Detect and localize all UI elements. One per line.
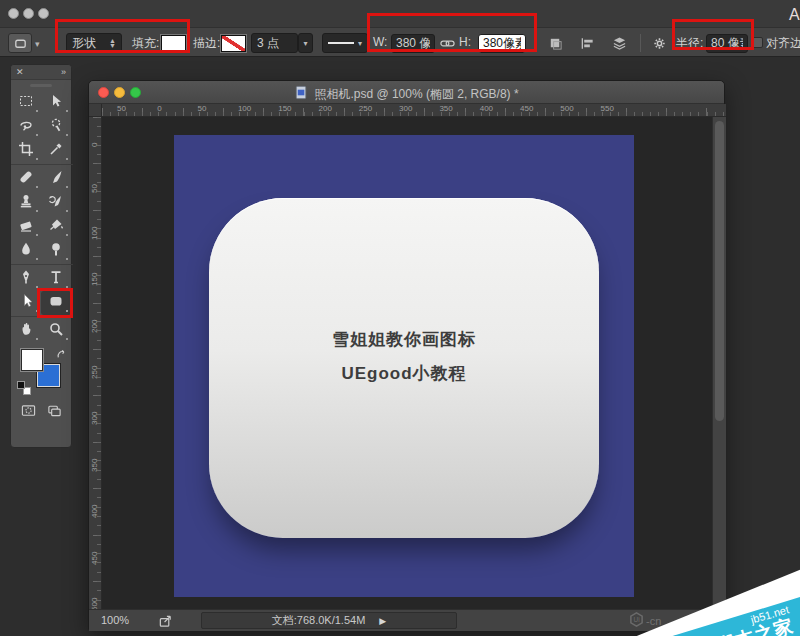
- width-label: W:: [373, 35, 387, 49]
- pen-icon: [18, 269, 34, 289]
- icon-text-line1: 雪姐姐教你画图标: [209, 328, 599, 351]
- path-arrangement-icon[interactable]: [609, 33, 629, 53]
- h-ruler-label: 150: [278, 104, 291, 113]
- tool-grid: [11, 91, 73, 343]
- collapse-panel-icon[interactable]: »: [61, 67, 66, 77]
- document-info-box[interactable]: 文档:768.0K/1.54M ▶: [201, 612, 457, 629]
- horizontal-ruler[interactable]: 50050100150200250300350400450500550: [102, 104, 726, 117]
- radius-input[interactable]: [706, 34, 748, 53]
- tool-pen[interactable]: [11, 267, 41, 291]
- width-input[interactable]: [391, 34, 435, 53]
- scrollbar-thumb[interactable]: [715, 121, 724, 421]
- vertical-scrollbar[interactable]: [712, 117, 726, 609]
- tool-history-brush[interactable]: [41, 191, 71, 215]
- path-alignment-icon[interactable]: [577, 33, 597, 53]
- panel-grip[interactable]: [30, 84, 52, 87]
- bucket-icon: [48, 217, 64, 237]
- tool-zoom[interactable]: [41, 319, 71, 343]
- default-colors-icon[interactable]: [17, 381, 31, 395]
- stamp-icon: [18, 193, 34, 213]
- window-dot-1[interactable]: [8, 8, 19, 19]
- stroke-style-select[interactable]: ▾: [322, 33, 368, 53]
- h-ruler-label: 400: [480, 104, 493, 113]
- status-flyout-icon[interactable]: ▶: [379, 616, 386, 626]
- rounded-square-shape[interactable]: 雪姐姐教你画图标 UEgood小教程: [209, 198, 599, 538]
- tool-move[interactable]: [41, 91, 71, 115]
- v-ruler-label: 350: [90, 438, 99, 472]
- v-ruler-label: 250: [90, 345, 99, 379]
- v-ruler-label: 500: [90, 577, 99, 609]
- window-dot-3[interactable]: [38, 8, 49, 19]
- psd-file-icon: [294, 85, 309, 104]
- h-ruler-label: 200: [319, 104, 332, 113]
- tool-hand[interactable]: [11, 319, 41, 343]
- pasteboard[interactable]: 雪姐姐教你画图标 UEgood小教程: [102, 117, 712, 609]
- gear-icon[interactable]: [649, 33, 669, 53]
- align-edges-label: 对齐边缘: [766, 35, 800, 52]
- stroke-width-caret-icon[interactable]: ▾: [298, 33, 313, 53]
- shape-mode-select[interactable]: 形状 ▲▼: [66, 33, 122, 53]
- window-dot-2[interactable]: [23, 8, 34, 19]
- move-icon: [48, 93, 64, 113]
- stroke-width-value: 3 点: [257, 35, 279, 52]
- ruler-origin-corner[interactable]: [89, 104, 102, 117]
- tool-eyedropper[interactable]: [41, 139, 71, 163]
- height-input[interactable]: [478, 34, 526, 53]
- tool-bucket[interactable]: [41, 215, 71, 239]
- brush-icon: [48, 169, 64, 189]
- document-size-text: 文档:768.0K/1.54M: [272, 613, 366, 628]
- default-black-swatch: [17, 381, 25, 389]
- fill-label: 填充:: [132, 35, 159, 52]
- close-icon[interactable]: ✕: [16, 67, 24, 77]
- h-ruler-label: 250: [359, 104, 372, 113]
- h-ruler-label: 50: [198, 104, 207, 113]
- tool-preset-icon[interactable]: [8, 33, 32, 53]
- tool-dodge[interactable]: [41, 239, 71, 263]
- h-ruler-label: 50: [117, 104, 126, 113]
- h-ruler-label: 0: [157, 104, 161, 113]
- tool-stamp[interactable]: [11, 191, 41, 215]
- align-edges-checkbox[interactable]: [752, 37, 763, 48]
- zoom-level-field[interactable]: 100%: [101, 614, 129, 626]
- stroke-width-box[interactable]: 3 点: [251, 33, 298, 53]
- document-title-bar[interactable]: 照相机.psd @ 100% (椭圆 2, RGB/8) *: [89, 81, 724, 104]
- quick-mask-icon[interactable]: [21, 403, 36, 422]
- stroke-swatch[interactable]: [221, 35, 246, 52]
- link-dimensions-icon[interactable]: [437, 33, 457, 53]
- tool-rect-marquee[interactable]: [11, 91, 41, 115]
- share-icon[interactable]: [155, 611, 175, 631]
- zoom-icon: [48, 321, 64, 341]
- canvas[interactable]: 雪姐姐教你画图标 UEgood小教程: [174, 135, 634, 597]
- eyedropper-icon: [48, 141, 64, 161]
- icon-text-line2: UEgood小教程: [209, 362, 599, 385]
- screen-mode-icon[interactable]: [47, 403, 62, 422]
- v-ruler-label: 0: [90, 117, 99, 147]
- tool-rounded-rect[interactable]: [41, 291, 71, 315]
- h-ruler-label: 300: [399, 104, 412, 113]
- site-watermark-banner: jb51.net 脚本之家: [630, 564, 800, 636]
- tool-brush[interactable]: [41, 167, 71, 191]
- tool-crop[interactable]: [11, 139, 41, 163]
- tool-preset-caret-icon[interactable]: ▾: [35, 39, 40, 49]
- tool-quick-select[interactable]: [41, 115, 71, 139]
- tool-lasso[interactable]: [11, 115, 41, 139]
- eraser-icon: [18, 217, 34, 237]
- v-ruler-label: 100: [90, 206, 99, 240]
- foreground-color-swatch[interactable]: [21, 349, 43, 371]
- tool-path-select[interactable]: [11, 291, 41, 315]
- panel-bottom-icons: [11, 399, 71, 422]
- lasso-icon: [18, 117, 34, 137]
- tool-blur[interactable]: [11, 239, 41, 263]
- tool-heal[interactable]: [11, 167, 41, 191]
- blur-icon: [18, 241, 34, 261]
- h-ruler-label: 500: [560, 104, 573, 113]
- tool-eraser[interactable]: [11, 215, 41, 239]
- vertical-ruler[interactable]: 050100150200250300350400450500: [89, 117, 102, 609]
- tool-type[interactable]: [41, 267, 71, 291]
- fill-swatch[interactable]: [161, 35, 186, 52]
- heal-icon: [18, 169, 34, 189]
- path-operations-icon[interactable]: [545, 33, 565, 53]
- h-ruler-label: 350: [439, 104, 452, 113]
- line-style-caret-icon: ▾: [358, 39, 362, 48]
- h-ruler-label: 450: [520, 104, 533, 113]
